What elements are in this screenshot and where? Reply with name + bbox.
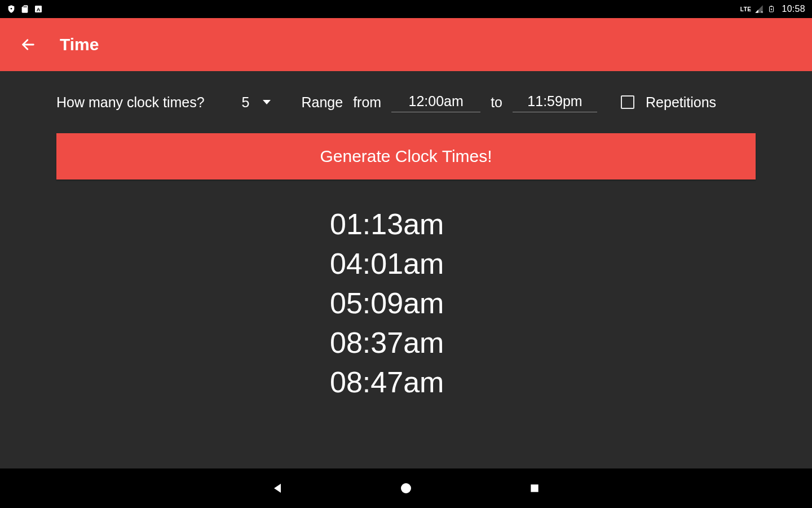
status-bar: A LTE 10:58	[0, 0, 812, 18]
range-from-label: from	[353, 94, 381, 111]
app-toolbar: Time	[0, 18, 812, 71]
svg-rect-7	[771, 6, 773, 6]
result-item: 08:47am	[330, 362, 444, 402]
range-to-label: to	[491, 94, 502, 111]
nav-back-button[interactable]	[270, 480, 285, 496]
range-label: Range	[301, 94, 343, 111]
results-list: 01:13am 04:01am 05:09am 08:37am 08:47am	[330, 204, 756, 402]
svg-text:A: A	[37, 7, 41, 12]
status-bar-right: LTE 10:58	[740, 4, 805, 14]
back-button[interactable]	[20, 37, 36, 52]
content-area: How many clock times? 5 Range from to Re…	[0, 71, 812, 468]
svg-rect-10	[531, 484, 538, 492]
dropdown-icon	[263, 100, 271, 104]
nav-recent-button[interactable]	[527, 480, 542, 496]
result-item: 08:37am	[330, 323, 444, 362]
repetitions-checkbox[interactable]: Repetitions	[621, 94, 716, 111]
controls-row: How many clock times? 5 Range from to Re…	[56, 71, 756, 133]
page-title: Time	[60, 35, 99, 54]
status-bar-left: A	[7, 5, 43, 14]
result-item: 04:01am	[330, 244, 444, 283]
checkbox-icon	[621, 95, 634, 109]
repetitions-label: Repetitions	[646, 94, 716, 111]
generate-button[interactable]: Generate Clock Times!	[56, 133, 756, 179]
count-value: 5	[242, 94, 250, 111]
nav-home-button[interactable]	[398, 480, 414, 496]
svg-rect-2	[25, 6, 25, 8]
signal-icon	[754, 5, 764, 14]
result-item: 05:09am	[330, 283, 444, 323]
navigation-bar	[0, 468, 812, 508]
count-label: How many clock times?	[56, 94, 205, 111]
svg-rect-3	[26, 6, 27, 8]
letter-a-icon: A	[34, 5, 43, 14]
shield-icon	[7, 5, 16, 14]
sd-card-icon	[20, 5, 29, 14]
battery-charging-icon	[767, 5, 776, 14]
svg-point-0	[11, 8, 12, 10]
count-select[interactable]: 5	[242, 94, 271, 111]
result-item: 01:13am	[330, 204, 444, 244]
status-clock: 10:58	[782, 4, 805, 14]
lte-icon: LTE	[740, 6, 752, 12]
svg-point-9	[401, 483, 411, 493]
range-to-input[interactable]	[513, 92, 597, 112]
svg-rect-1	[24, 6, 24, 8]
range-from-input[interactable]	[391, 92, 480, 112]
